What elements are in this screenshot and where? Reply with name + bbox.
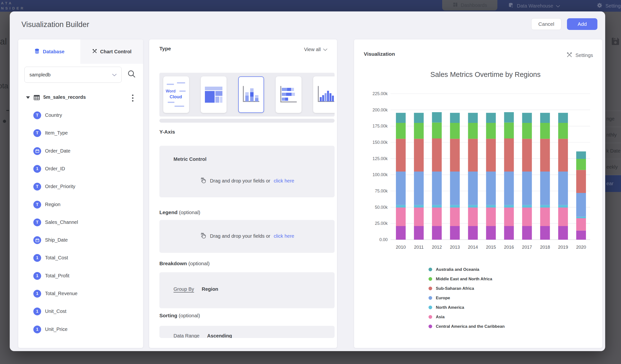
chart-type-strip: Word Cloud: [159, 73, 335, 117]
nav-item-settings[interactable]: Settings: [597, 0, 621, 12]
x-axis-tick-label: 2010: [396, 244, 406, 250]
chart-type-treemap[interactable]: [201, 76, 226, 113]
nav-item-dashboards[interactable]: Dashboards: [442, 0, 497, 10]
click-here-link[interactable]: click here: [274, 233, 294, 239]
bar-segment: [504, 123, 514, 139]
legend-item[interactable]: Sub-Saharan Africa: [429, 284, 505, 293]
field-row-region[interactable]: TRegion: [18, 201, 143, 209]
bar-segment: [468, 226, 478, 240]
field-row-unit_price[interactable]: 1Unit_Price: [18, 326, 143, 334]
tab-chart-control[interactable]: Chart Control: [80, 39, 143, 64]
bar-segment: [396, 226, 406, 240]
field-row-total_revenue[interactable]: 1Total_Revenue: [18, 290, 143, 298]
expander-triangle-icon[interactable]: [26, 96, 30, 99]
click-here-link[interactable]: click here: [274, 178, 294, 184]
bar-segment: [468, 113, 478, 123]
bar-segment: [576, 217, 586, 218]
chart-title: Sales Metrics Overtime by Regions: [371, 70, 600, 79]
legend-color-dot: [429, 277, 432, 281]
bar-segment: [432, 226, 442, 240]
bar-segment: [414, 205, 424, 208]
field-row-item_type[interactable]: TItem_Type: [18, 129, 143, 138]
bar-segment: [396, 123, 406, 139]
horizontal-scrollbar[interactable]: [159, 119, 335, 123]
database-select[interactable]: sampledb: [24, 67, 122, 83]
legend-item[interactable]: Europe: [429, 293, 505, 303]
chart-builder-panel: Type View all Word Cloud: [149, 39, 337, 348]
sorting-heading-label: Sorting: [159, 313, 177, 318]
cancel-button[interactable]: Cancel: [531, 18, 561, 30]
field-label: Country: [45, 112, 62, 118]
field-label: Ship_Date: [45, 237, 68, 243]
legend-item[interactable]: Middle East and North Africa: [429, 274, 505, 284]
field-row-total_cost[interactable]: 1Total_Cost: [18, 254, 143, 263]
field-row-ship_date[interactable]: Ship_Date: [18, 236, 143, 245]
breakdown-card[interactable]: Group By Region: [159, 272, 335, 308]
field-row-order_date[interactable]: Order_Date: [18, 147, 143, 156]
background-dash-fragment: [6, 110, 9, 111]
legend-label: North America: [436, 305, 464, 310]
legend-dropzone[interactable]: Drag and drop your fields or click here: [159, 220, 335, 253]
legend-label: Europe: [436, 296, 450, 300]
drag-drop-text: Drag and drop your fields or: [210, 178, 270, 184]
x-axis-tick-label: 2019: [558, 244, 568, 250]
legend-item[interactable]: Asia: [429, 312, 505, 322]
add-button[interactable]: Add: [567, 18, 597, 30]
field-row-order_id[interactable]: 1Order_ID: [18, 165, 143, 174]
tab-database[interactable]: Database: [18, 39, 80, 64]
visualization-builder-modal: Visualization Builder Cancel Add Databas…: [10, 11, 605, 351]
y-axis-tick-label: 75.00k: [375, 189, 388, 193]
word-cloud-blur: [168, 102, 174, 103]
table-tree-row[interactable]: 5m_sales_records: [18, 92, 143, 103]
bar-segment: [450, 226, 460, 240]
field-row-unit_cost[interactable]: 1Unit_Cost: [18, 308, 143, 316]
text-field-icon: T: [33, 219, 41, 226]
field-label: Order_ID: [45, 166, 65, 172]
app-logo: ATA NSIDER: [1, 0, 25, 11]
bar-segment: [486, 139, 496, 172]
x-axis-tick-label: 2016: [504, 244, 514, 250]
legend-item[interactable]: Australia and Oceania: [429, 265, 505, 274]
sorting-optional-label: (optional): [179, 313, 200, 318]
search-icon[interactable]: [127, 69, 138, 80]
panel-tabs: Database Chart Control: [18, 39, 143, 64]
group-by-label[interactable]: Group By: [173, 286, 194, 292]
chart-type-stacked-column[interactable]: [238, 76, 264, 113]
legend-item[interactable]: Central America and the Caribbean: [429, 322, 505, 331]
word-cloud-word: Cloud: [170, 94, 182, 100]
top-nav-bar: ATA NSIDER Dashboards Data Warehouse Set…: [0, 0, 621, 12]
bar-segment: [468, 123, 478, 139]
nav-item-data-warehouse[interactable]: Data Warehouse: [508, 0, 560, 12]
sorting-card[interactable]: Data Range Ascending: [159, 326, 335, 338]
background-menu-item: nge: [605, 111, 621, 127]
view-all-dropdown[interactable]: View all: [304, 47, 327, 52]
bar-segment: [504, 208, 514, 226]
chart-type-word-cloud[interactable]: Word Cloud: [163, 76, 189, 113]
field-row-sales_channel[interactable]: TSales_Channel: [18, 219, 143, 227]
bar-segment: [504, 172, 514, 205]
sort-field-label[interactable]: Data Range: [173, 333, 200, 338]
legend-item[interactable]: North America: [429, 303, 505, 312]
field-row-total_profit[interactable]: 1Total_Profit: [18, 272, 143, 281]
chart-settings-button[interactable]: Settings: [566, 52, 593, 59]
bar-segment: [504, 226, 514, 240]
calendar-field-icon: [33, 236, 41, 244]
x-axis-tick-label: 2012: [432, 244, 442, 250]
group-by-value: Region: [202, 286, 218, 292]
sorting-section-heading: Sorting (optional): [159, 313, 200, 318]
chart-type-stacked-bar[interactable]: [276, 76, 301, 113]
bar-segment: [522, 172, 532, 205]
bar-segment: [522, 208, 532, 226]
bar-segment: [576, 193, 586, 217]
chevron-down-icon: [556, 3, 560, 9]
word-cloud-word: Word: [166, 89, 176, 93]
chart-type-column[interactable]: [313, 76, 335, 113]
kebab-menu-icon[interactable]: [129, 94, 136, 103]
field-row-order_priority[interactable]: TOrder_Priority: [18, 183, 143, 191]
field-row-country[interactable]: TCountry: [18, 111, 143, 120]
breakdown-heading-label: Breakdown: [159, 260, 187, 266]
metric-control-dropzone[interactable]: Metric Control Drag and drop your fields…: [159, 146, 335, 197]
bar-segment: [558, 226, 568, 240]
text-field-icon: T: [33, 201, 41, 208]
bar-segment: [522, 123, 532, 139]
